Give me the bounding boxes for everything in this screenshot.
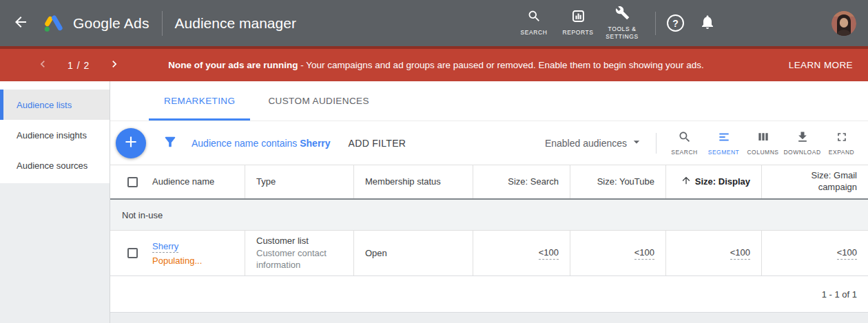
product-name: Google Ads [73, 15, 149, 32]
filter-funnel-icon [163, 134, 178, 152]
topbar-right: SEARCH REPORTS TOOLS & SETTINGS ? [512, 6, 868, 41]
table-footer: 1 - 1 of 1 [110, 276, 868, 313]
table-download-button[interactable]: DOWNLOAD [783, 130, 822, 156]
banner-page-count: 1 / 2 [68, 60, 90, 71]
google-ads-app: Google Ads Audience manager SEARCH REPOR… [0, 0, 868, 323]
cell-size-gmail: <100 [761, 231, 868, 275]
header-audience-name: Audience name [110, 165, 245, 198]
sidebar-item-audience-sources[interactable]: Audience sources [0, 150, 110, 180]
table-segment-button[interactable]: SEGMENT [704, 130, 743, 156]
learn-more-button[interactable]: LEARN MORE [785, 59, 857, 71]
topbar-left: Google Ads Audience manager [0, 11, 296, 36]
help-button[interactable]: ? [667, 14, 684, 32]
sidebar-nav: Audience lists Audience insights Audienc… [0, 81, 110, 183]
cell-size-youtube: <100 [570, 231, 665, 275]
notifications-button[interactable] [699, 14, 716, 32]
alert-banner: 1 / 2 None of your ads are running - You… [0, 46, 868, 81]
avatar[interactable] [831, 11, 856, 36]
add-filter-button[interactable]: ADD FILTER [344, 137, 411, 149]
table-search-button[interactable]: SEARCH [665, 130, 704, 156]
tools-settings-nav-button[interactable]: TOOLS & SETTINGS [600, 6, 644, 41]
tab-custom-audiences[interactable]: CUSTOM AUDIENCES [251, 81, 385, 121]
tab-bar: REMARKETING CUSTOM AUDIENCES [110, 81, 868, 121]
toolbar-divider [656, 133, 657, 154]
page-title: Audience manager [175, 15, 296, 32]
expand-icon [835, 130, 849, 146]
top-app-bar: Google Ads Audience manager SEARCH REPOR… [0, 0, 868, 46]
select-all-checkbox[interactable] [127, 177, 138, 187]
table-columns-button[interactable]: COLUMNS [743, 130, 783, 156]
google-ads-logo-icon [43, 12, 65, 34]
topbar-divider [162, 11, 163, 36]
download-icon [796, 130, 809, 146]
search-icon [527, 9, 541, 25]
table-row: Sherry Populating... Customer list Custo… [110, 231, 868, 276]
search-icon [678, 130, 692, 146]
header-size-search[interactable]: Size: Search [473, 165, 570, 198]
bell-icon [699, 14, 716, 32]
active-filter-chip[interactable]: Audience name contains Sherry [192, 138, 331, 149]
wrench-icon [615, 6, 630, 22]
sidebar-item-audience-lists[interactable]: Audience lists [0, 90, 110, 120]
dropdown-arrow-icon [627, 135, 643, 151]
search-nav-button[interactable]: SEARCH [512, 9, 556, 37]
plus-icon [122, 133, 140, 153]
sidebar: Audience lists Audience insights Audienc… [0, 81, 110, 323]
chevron-left-icon[interactable] [36, 57, 50, 74]
header-size-display[interactable]: Size: Display [665, 165, 761, 198]
help-icon: ? [672, 18, 679, 29]
row-checkbox[interactable] [127, 248, 138, 258]
table-group-row: Not in-use [110, 200, 868, 231]
table-header: Audience name Type Membership status Siz… [110, 165, 868, 200]
header-membership-status[interactable]: Membership status [353, 165, 473, 198]
table-toolbar: Audience name contains Sherry ADD FILTER… [110, 121, 868, 165]
pagination-label: 1 - 1 of 1 [822, 289, 857, 300]
audience-name-link[interactable]: Sherry [152, 241, 178, 253]
back-button[interactable] [12, 14, 29, 32]
header-size-gmail[interactable]: Size: Gmail campaign [761, 165, 868, 198]
sidebar-item-audience-insights[interactable]: Audience insights [0, 120, 110, 150]
banner-message: None of your ads are running - Your camp… [168, 60, 770, 70]
reports-icon [571, 9, 586, 25]
cell-membership-status: Open [353, 231, 473, 275]
segment-icon [717, 130, 731, 146]
table-expand-button[interactable]: EXPAND [822, 130, 861, 156]
cell-size-search: <100 [473, 231, 570, 275]
sidebar-filler [0, 183, 110, 323]
cell-type: Customer list Customer contact informati… [245, 231, 353, 275]
sort-ascending-icon [681, 175, 695, 189]
banner-pagination: 1 / 2 [36, 57, 121, 74]
cell-size-display: <100 [665, 231, 761, 275]
topbar-divider [655, 12, 656, 35]
cell-audience-name: Sherry Populating... [110, 231, 245, 275]
populating-status: Populating... [152, 256, 202, 266]
arrow-back-icon [12, 14, 29, 32]
reports-nav-button[interactable]: REPORTS [556, 9, 600, 37]
chevron-right-icon[interactable] [107, 57, 121, 74]
filter-button[interactable] [163, 134, 178, 152]
page-background-filler [110, 313, 868, 323]
header-size-youtube[interactable]: Size: YouTube [570, 165, 665, 198]
audience-view-dropdown[interactable]: Enabled audiences [545, 135, 643, 151]
columns-icon [756, 130, 770, 146]
header-type[interactable]: Type [245, 165, 353, 198]
main-panel: REMARKETING CUSTOM AUDIENCES [110, 81, 868, 323]
tab-remarketing[interactable]: REMARKETING [147, 81, 251, 121]
add-audience-button[interactable] [116, 128, 146, 158]
content-area: Audience lists Audience insights Audienc… [0, 81, 868, 323]
